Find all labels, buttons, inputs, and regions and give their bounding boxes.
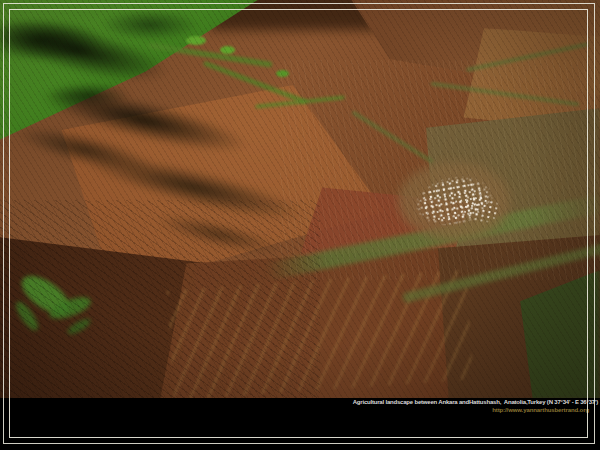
aerial-photo	[0, 0, 600, 398]
credit-url: http://www.yannarthusbertrand.org	[353, 407, 598, 414]
photo-caption: Agricultural landscape between Ankara an…	[353, 399, 598, 406]
vignette	[0, 0, 600, 398]
caption-block: Agricultural landscape between Ankara an…	[353, 399, 598, 414]
wallpaper-canvas: Agricultural landscape between Ankara an…	[0, 0, 600, 450]
